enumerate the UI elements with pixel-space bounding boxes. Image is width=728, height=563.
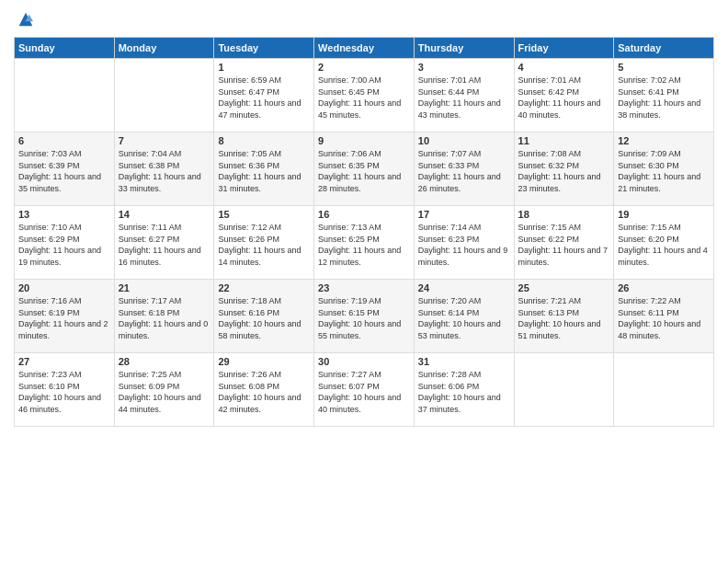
- day-number: 6: [18, 135, 110, 146]
- day-number: 26: [618, 282, 710, 293]
- day-cell: [15, 59, 115, 132]
- day-number: 16: [318, 209, 410, 220]
- day-cell: 6Sunrise: 7:03 AM Sunset: 6:39 PM Daylig…: [15, 132, 115, 206]
- day-info: Sunrise: 7:00 AM Sunset: 6:45 PM Dayligh…: [318, 75, 410, 121]
- day-info: Sunrise: 7:01 AM Sunset: 6:42 PM Dayligh…: [518, 75, 610, 121]
- day-info: Sunrise: 7:23 AM Sunset: 6:10 PM Dayligh…: [18, 369, 110, 415]
- day-header-saturday: Saturday: [614, 38, 714, 59]
- day-info: Sunrise: 7:17 AM Sunset: 6:18 PM Dayligh…: [119, 295, 210, 341]
- day-number: 10: [418, 135, 510, 146]
- day-info: Sunrise: 7:01 AM Sunset: 6:44 PM Dayligh…: [418, 75, 510, 121]
- day-info: Sunrise: 7:10 AM Sunset: 6:29 PM Dayligh…: [18, 222, 110, 268]
- day-cell: 2Sunrise: 7:00 AM Sunset: 6:45 PM Daylig…: [314, 59, 415, 132]
- day-cell: 3Sunrise: 7:01 AM Sunset: 6:44 PM Daylig…: [414, 59, 514, 132]
- day-number: 31: [418, 356, 510, 367]
- day-header-tuesday: Tuesday: [214, 38, 314, 59]
- day-number: 23: [318, 282, 410, 293]
- day-cell: 28Sunrise: 7:25 AM Sunset: 6:09 PM Dayli…: [114, 353, 214, 427]
- day-number: 30: [318, 356, 410, 367]
- day-cell: 7Sunrise: 7:04 AM Sunset: 6:38 PM Daylig…: [114, 132, 214, 206]
- day-info: Sunrise: 7:08 AM Sunset: 6:32 PM Dayligh…: [518, 148, 610, 194]
- day-cell: 19Sunrise: 7:15 AM Sunset: 6:20 PM Dayli…: [614, 206, 714, 280]
- day-number: 29: [218, 356, 310, 367]
- day-number: 7: [119, 135, 210, 146]
- day-number: 14: [119, 209, 210, 220]
- week-row-1: 1Sunrise: 6:59 AM Sunset: 6:47 PM Daylig…: [15, 59, 714, 132]
- day-cell: 14Sunrise: 7:11 AM Sunset: 6:27 PM Dayli…: [114, 206, 214, 280]
- day-cell: 27Sunrise: 7:23 AM Sunset: 6:10 PM Dayli…: [15, 353, 115, 427]
- day-info: Sunrise: 7:15 AM Sunset: 6:22 PM Dayligh…: [518, 222, 610, 268]
- day-cell: 11Sunrise: 7:08 AM Sunset: 6:32 PM Dayli…: [514, 132, 614, 206]
- day-cell: 17Sunrise: 7:14 AM Sunset: 6:23 PM Dayli…: [414, 206, 514, 280]
- day-number: 8: [218, 135, 310, 146]
- day-cell: 20Sunrise: 7:16 AM Sunset: 6:19 PM Dayli…: [15, 280, 115, 353]
- day-info: Sunrise: 7:15 AM Sunset: 6:20 PM Dayligh…: [618, 222, 710, 268]
- day-cell: 5Sunrise: 7:02 AM Sunset: 6:41 PM Daylig…: [614, 59, 714, 132]
- week-row-5: 27Sunrise: 7:23 AM Sunset: 6:10 PM Dayli…: [15, 353, 714, 427]
- day-info: Sunrise: 7:13 AM Sunset: 6:25 PM Dayligh…: [318, 222, 410, 268]
- day-header-wednesday: Wednesday: [314, 38, 415, 59]
- day-number: 4: [518, 62, 610, 73]
- day-cell: 18Sunrise: 7:15 AM Sunset: 6:22 PM Dayli…: [514, 206, 614, 280]
- day-number: 15: [218, 209, 310, 220]
- day-number: 21: [119, 282, 210, 293]
- day-info: Sunrise: 7:11 AM Sunset: 6:27 PM Dayligh…: [119, 222, 210, 268]
- day-header-thursday: Thursday: [414, 38, 514, 59]
- day-number: 20: [18, 282, 110, 293]
- day-info: Sunrise: 7:07 AM Sunset: 6:33 PM Dayligh…: [418, 148, 510, 194]
- day-cell: 16Sunrise: 7:13 AM Sunset: 6:25 PM Dayli…: [314, 206, 415, 280]
- day-cell: 26Sunrise: 7:22 AM Sunset: 6:11 PM Dayli…: [614, 280, 714, 353]
- day-info: Sunrise: 7:19 AM Sunset: 6:15 PM Dayligh…: [318, 295, 410, 341]
- day-cell: 12Sunrise: 7:09 AM Sunset: 6:30 PM Dayli…: [614, 132, 714, 206]
- day-info: Sunrise: 7:26 AM Sunset: 6:08 PM Dayligh…: [218, 369, 310, 415]
- day-cell: [514, 353, 614, 427]
- day-number: 2: [318, 62, 410, 73]
- day-number: 27: [18, 356, 110, 367]
- day-info: Sunrise: 7:02 AM Sunset: 6:41 PM Dayligh…: [618, 75, 710, 121]
- page: SundayMondayTuesdayWednesdayThursdayFrid…: [0, 0, 728, 563]
- day-cell: 30Sunrise: 7:27 AM Sunset: 6:07 PM Dayli…: [314, 353, 415, 427]
- day-info: Sunrise: 7:05 AM Sunset: 6:36 PM Dayligh…: [218, 148, 310, 194]
- day-cell: 22Sunrise: 7:18 AM Sunset: 6:16 PM Dayli…: [214, 280, 314, 353]
- day-cell: 23Sunrise: 7:19 AM Sunset: 6:15 PM Dayli…: [314, 280, 415, 353]
- day-info: Sunrise: 7:20 AM Sunset: 6:14 PM Dayligh…: [418, 295, 510, 341]
- day-cell: 31Sunrise: 7:28 AM Sunset: 6:06 PM Dayli…: [414, 353, 514, 427]
- day-info: Sunrise: 7:12 AM Sunset: 6:26 PM Dayligh…: [218, 222, 310, 268]
- day-info: Sunrise: 7:27 AM Sunset: 6:07 PM Dayligh…: [318, 369, 410, 415]
- day-cell: 15Sunrise: 7:12 AM Sunset: 6:26 PM Dayli…: [214, 206, 314, 280]
- day-info: Sunrise: 7:28 AM Sunset: 6:06 PM Dayligh…: [418, 369, 510, 415]
- day-number: 13: [18, 209, 110, 220]
- day-info: Sunrise: 7:09 AM Sunset: 6:30 PM Dayligh…: [618, 148, 710, 194]
- calendar-table: SundayMondayTuesdayWednesdayThursdayFrid…: [14, 37, 714, 427]
- day-header-monday: Monday: [114, 38, 214, 59]
- day-header-sunday: Sunday: [15, 38, 115, 59]
- day-number: 18: [518, 209, 610, 220]
- day-number: 12: [618, 135, 710, 146]
- day-cell: 9Sunrise: 7:06 AM Sunset: 6:35 PM Daylig…: [314, 132, 415, 206]
- day-number: 28: [119, 356, 210, 367]
- day-number: 9: [318, 135, 410, 146]
- day-number: 24: [418, 282, 510, 293]
- day-cell: 25Sunrise: 7:21 AM Sunset: 6:13 PM Dayli…: [514, 280, 614, 353]
- day-cell: 29Sunrise: 7:26 AM Sunset: 6:08 PM Dayli…: [214, 353, 314, 427]
- day-cell: [614, 353, 714, 427]
- day-number: 17: [418, 209, 510, 220]
- week-row-4: 20Sunrise: 7:16 AM Sunset: 6:19 PM Dayli…: [15, 280, 714, 353]
- logo: [14, 9, 36, 29]
- day-info: Sunrise: 7:18 AM Sunset: 6:16 PM Dayligh…: [218, 295, 310, 341]
- day-info: Sunrise: 7:14 AM Sunset: 6:23 PM Dayligh…: [418, 222, 510, 268]
- day-info: Sunrise: 7:04 AM Sunset: 6:38 PM Dayligh…: [119, 148, 210, 194]
- day-info: Sunrise: 7:03 AM Sunset: 6:39 PM Dayligh…: [18, 148, 110, 194]
- days-header-row: SundayMondayTuesdayWednesdayThursdayFrid…: [15, 38, 714, 59]
- day-number: 11: [518, 135, 610, 146]
- day-cell: 4Sunrise: 7:01 AM Sunset: 6:42 PM Daylig…: [514, 59, 614, 132]
- day-cell: 13Sunrise: 7:10 AM Sunset: 6:29 PM Dayli…: [15, 206, 115, 280]
- week-row-2: 6Sunrise: 7:03 AM Sunset: 6:39 PM Daylig…: [15, 132, 714, 206]
- day-number: 1: [218, 62, 310, 73]
- day-cell: 8Sunrise: 7:05 AM Sunset: 6:36 PM Daylig…: [214, 132, 314, 206]
- day-cell: [114, 59, 214, 132]
- day-number: 5: [618, 62, 710, 73]
- day-info: Sunrise: 7:16 AM Sunset: 6:19 PM Dayligh…: [18, 295, 110, 341]
- day-cell: 10Sunrise: 7:07 AM Sunset: 6:33 PM Dayli…: [414, 132, 514, 206]
- day-number: 25: [518, 282, 610, 293]
